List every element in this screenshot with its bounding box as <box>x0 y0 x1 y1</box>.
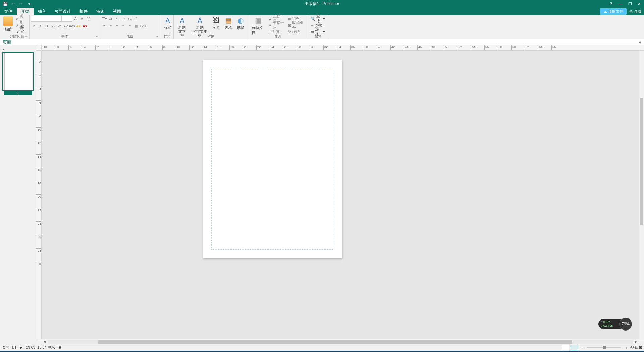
two-page-view-button[interactable] <box>571 345 578 350</box>
window-title: 出版物1 - Publisher <box>305 1 339 7</box>
underline-button[interactable]: U <box>44 23 50 29</box>
nav-indicator-icon[interactable]: ◢ <box>2 47 34 51</box>
ruler-v-tick: 6 <box>36 100 42 104</box>
shape-button[interactable]: ◐形状 <box>234 16 247 31</box>
user-name[interactable]: 余 佳城 <box>629 9 641 14</box>
ruler-h-tick: 8 <box>162 45 165 51</box>
line-spacing-button[interactable]: ↕≡ <box>127 16 133 22</box>
superscript-button[interactable]: x² <box>56 23 62 29</box>
align-center-button[interactable]: ≡ <box>108 23 114 29</box>
distribute-button[interactable]: ≡ <box>127 23 133 29</box>
pages-panel-title: 页面 <box>3 39 11 45</box>
page-status[interactable]: 页面: 1/1 <box>2 345 16 350</box>
qat-customize-icon[interactable]: ▾ <box>25 1 33 7</box>
increase-indent-button[interactable]: ⇥ <box>120 16 126 22</box>
title-bar: 💾 ↶ ↷ ▾ 出版物1 - Publisher ? — ❐ ✕ <box>0 0 644 8</box>
network-monitor-badge[interactable]: ↑ 0 K/s ↓ 0.3 K/s 79% <box>598 319 629 329</box>
ruler-h-tick: 2 <box>122 45 125 51</box>
group-icon: ⊞ <box>288 17 291 21</box>
paragraph-launcher-icon[interactable]: ⌐ <box>155 34 159 38</box>
columns-button[interactable]: ▦ <box>133 23 139 29</box>
save-button[interactable]: 💾 <box>1 1 9 7</box>
ruler-v-tick: 14 <box>36 154 42 158</box>
read-file-button[interactable]: ☁ 读取文件 <box>600 8 627 15</box>
grow-font-button[interactable]: A <box>72 16 78 22</box>
numbering-button[interactable]: ≡▾ <box>108 16 114 22</box>
canvas-area: -10-8-6-4-202468101214161820222426283032… <box>36 45 644 344</box>
wrap-text-button[interactable]: ▣自动换行 <box>250 16 267 36</box>
tab-page-design[interactable]: 页面设计 <box>50 8 75 15</box>
paste-button[interactable]: 粘贴 <box>1 16 15 32</box>
page-1[interactable] <box>203 60 342 258</box>
justify-button[interactable]: ≡ <box>120 23 126 29</box>
close-button[interactable]: ✕ <box>635 0 644 8</box>
ruler-h-tick: -6 <box>68 45 72 51</box>
ruler-h-tick: 36 <box>350 45 355 51</box>
font-color-button[interactable]: A▾ <box>82 23 88 29</box>
vertical-scroll-thumb[interactable] <box>640 98 643 225</box>
tab-mail[interactable]: 邮件 <box>75 8 92 15</box>
ungroup-icon: ⊟ <box>288 23 291 28</box>
font-name-input[interactable] <box>31 16 61 22</box>
horizontal-scrollbar[interactable]: ◀ ▶ <box>36 339 644 344</box>
ungroup-button[interactable]: ⊟取消组合 <box>287 22 306 28</box>
decrease-indent-button[interactable]: ⇤ <box>114 16 120 22</box>
italic-button[interactable]: I <box>37 23 43 29</box>
font-size-input[interactable] <box>61 16 72 22</box>
change-case-button[interactable]: Aa▾ <box>69 23 75 29</box>
tab-view[interactable]: 视图 <box>109 8 125 15</box>
highlight-button[interactable]: A▾ <box>75 23 82 29</box>
fit-page-button[interactable]: ⊡ <box>639 345 642 350</box>
table-button[interactable]: ▦表格 <box>222 16 234 31</box>
ruler-h-tick: 46 <box>417 45 422 51</box>
align-left-button[interactable]: ≡ <box>101 23 107 29</box>
ruler-h-tick: 56 <box>484 45 489 51</box>
collapse-panel-button[interactable]: ◀ <box>639 40 641 44</box>
windows-taskbar[interactable] <box>0 351 644 352</box>
page-thumbnail-1[interactable] <box>2 52 34 91</box>
ruler-corner[interactable] <box>36 45 42 51</box>
ruler-h-tick: 54 <box>471 45 475 51</box>
vertical-ruler[interactable]: 024681012141618202224262830 <box>36 51 42 339</box>
zoom-level[interactable]: 68% <box>630 346 638 350</box>
ruler-v-tick: 22 <box>36 208 42 212</box>
zoom-in-button[interactable]: + <box>624 346 629 350</box>
ribbon: 粘贴 ✂剪切 ⎘复制 🖌格式刷 剪贴板 ⌐ A A Ⓐ B I U <box>0 15 644 39</box>
scroll-left-button[interactable]: ◀ <box>42 339 47 344</box>
send-backward-button[interactable]: ▼下移一层 <box>267 22 287 28</box>
single-page-view-button[interactable] <box>562 345 569 350</box>
help-button[interactable]: ? <box>606 0 616 8</box>
horizontal-scroll-thumb[interactable] <box>98 340 572 344</box>
zoom-out-button[interactable]: − <box>579 346 584 350</box>
align-right-button[interactable]: ≡ <box>114 23 120 29</box>
find-button[interactable]: 🔍查找▾ <box>309 16 326 22</box>
minimize-button[interactable]: — <box>616 0 625 8</box>
clipboard-launcher-icon[interactable]: ⌐ <box>24 34 29 38</box>
bullets-button[interactable]: ☰▾ <box>101 16 107 22</box>
maximize-button[interactable]: ❐ <box>625 0 635 8</box>
font-launcher-icon[interactable]: ⌐ <box>95 34 99 38</box>
redo-button[interactable]: ↷ <box>17 1 25 7</box>
special-number-button[interactable]: 123 <box>140 23 146 29</box>
canvas-viewport[interactable]: ↑ 0 K/s ↓ 0.3 K/s 79% <box>42 51 639 339</box>
tab-file[interactable]: 文件 <box>0 8 17 15</box>
vertical-scrollbar[interactable] <box>639 51 644 339</box>
picture-button[interactable]: 🖼图片 <box>210 16 222 31</box>
horizontal-ruler[interactable]: -10-8-6-4-202468101214161820222426283032… <box>42 45 644 51</box>
styles-button[interactable]: A 样式 <box>162 16 174 31</box>
window-controls: ? — ❐ ✕ <box>606 0 644 8</box>
subscript-button[interactable]: x₂ <box>50 23 56 29</box>
horizontal-scroll-track[interactable] <box>48 340 633 344</box>
tab-review[interactable]: 审阅 <box>92 8 109 15</box>
ruler-v-tick: 16 <box>36 168 42 172</box>
ruler-h-tick: 20 <box>243 45 247 51</box>
char-spacing-button[interactable]: AV <box>63 23 69 29</box>
clear-format-button[interactable]: Ⓐ <box>85 16 91 22</box>
paragraph-mark-button[interactable]: ¶ <box>133 16 139 22</box>
tab-insert[interactable]: 插入 <box>34 8 50 15</box>
zoom-slider[interactable] <box>587 347 621 348</box>
undo-button[interactable]: ↶ <box>9 1 17 7</box>
bold-button[interactable]: B <box>31 23 37 29</box>
scroll-right-button[interactable]: ▶ <box>633 339 639 344</box>
shrink-font-button[interactable]: A <box>79 16 85 22</box>
